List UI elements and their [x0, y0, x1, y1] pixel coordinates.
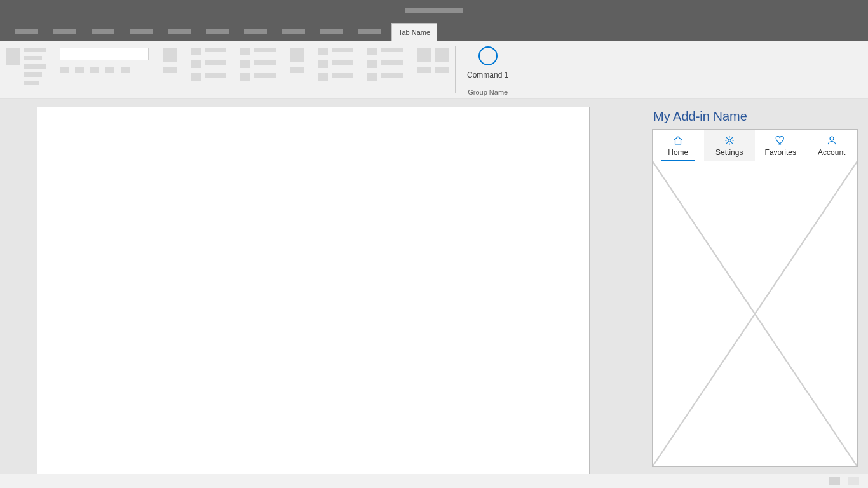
ribbon-group-placeholder: [367, 48, 403, 90]
document-page[interactable]: [37, 107, 590, 475]
ribbon-tab-placeholder[interactable]: [53, 29, 76, 34]
ribbon-tab-label: Tab Name: [398, 29, 430, 36]
command1-icon[interactable]: [478, 46, 498, 65]
ribbon-tab-placeholder[interactable]: [15, 29, 38, 34]
pivot-label: Account: [818, 148, 845, 157]
ribbon-group-placeholder: [240, 48, 276, 90]
ribbon-group-placeholder: [6, 48, 46, 90]
pivot-label: Home: [668, 148, 688, 157]
ribbon-placeholder-groups: [0, 41, 455, 98]
ribbon-tab-placeholder[interactable]: [92, 29, 114, 34]
ribbon-group-placeholder: [191, 48, 226, 90]
pivot-tab-favorites[interactable]: Favorites: [755, 130, 806, 161]
ribbon-tab-placeholder[interactable]: [206, 29, 229, 34]
ribbon-group-custom: Command 1 Group Name: [456, 41, 520, 98]
pivot-tab-account[interactable]: Account: [806, 130, 858, 161]
ribbon-tab-active[interactable]: Tab Name: [391, 23, 437, 41]
person-icon: [826, 135, 837, 148]
command1-label[interactable]: Command 1: [467, 71, 508, 79]
document-workspace: My Add-in Name Home Settings: [0, 99, 868, 474]
task-pane-body: Home Settings Favorites: [652, 129, 858, 467]
ribbon-tab-placeholder[interactable]: [358, 29, 381, 34]
ribbon-group-label: Group Name: [468, 88, 508, 96]
title-bar: [0, 0, 868, 20]
pivot-label: Favorites: [765, 148, 796, 157]
gear-icon: [724, 135, 735, 148]
status-bar: [0, 474, 868, 488]
heart-icon: [775, 135, 786, 148]
view-mode-button[interactable]: [848, 477, 859, 485]
pivot-label: Settings: [715, 148, 743, 157]
ribbon: Command 1 Group Name: [0, 41, 868, 99]
ribbon-group-placeholder: [60, 48, 149, 90]
pivot-tab-settings[interactable]: Settings: [704, 130, 756, 161]
ribbon-tab-placeholder[interactable]: [244, 29, 267, 34]
ribbon-tab-placeholder[interactable]: [282, 29, 305, 34]
svg-point-0: [728, 139, 731, 142]
ribbon-group-placeholder: [290, 48, 304, 90]
task-pane-title: My Add-in Name: [652, 107, 858, 129]
task-pane-content-placeholder: [653, 161, 857, 466]
ribbon-group-separator: [520, 46, 520, 93]
ribbon-tab-placeholder[interactable]: [130, 29, 153, 34]
ribbon-group-placeholder: [417, 48, 449, 90]
pivot-tab-home[interactable]: Home: [653, 130, 704, 161]
svg-point-1: [830, 137, 834, 140]
ribbon-group-placeholder: [163, 48, 177, 90]
ribbon-combo-placeholder[interactable]: [60, 48, 149, 60]
app-title-placeholder: [405, 8, 463, 13]
task-pane-pivot: Home Settings Favorites: [653, 130, 857, 161]
task-pane: My Add-in Name Home Settings: [652, 107, 858, 467]
home-icon: [672, 135, 684, 148]
ribbon-tab-placeholder[interactable]: [320, 29, 343, 34]
ribbon-tab-strip: Tab Name: [0, 20, 868, 41]
ribbon-tab-placeholder[interactable]: [168, 29, 191, 34]
ribbon-group-placeholder: [318, 48, 353, 90]
view-mode-button[interactable]: [829, 477, 840, 485]
